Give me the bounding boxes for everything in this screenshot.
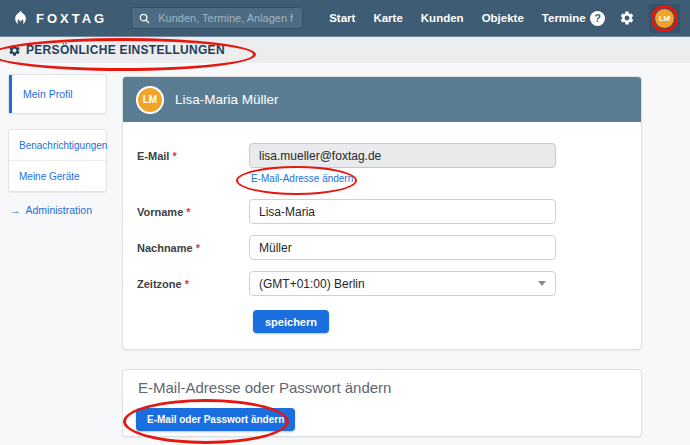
nav-item-karte[interactable]: Karte [373,12,402,24]
required-marker: * [186,206,190,218]
profile-card: LM Lisa-Maria Müller E-Mail* E-Mail-Adre… [122,76,642,350]
search-input[interactable] [156,11,295,25]
fox-icon [12,10,29,27]
sidebar-item-benachrichtigungen[interactable]: Benachrichtigungen [9,130,106,161]
sidebar-item-administration[interactable]: → Administration [10,204,92,216]
firstname-field[interactable] [249,199,556,224]
sidebar-settings-card: Benachrichtigungen Meine Geräte [8,129,107,192]
foxtag-logo[interactable]: FOXTAG [12,10,107,27]
lastname-field[interactable] [249,235,556,260]
chevron-down-icon [538,281,546,286]
lastname-label: Nachname* [137,235,200,260]
user-menu[interactable]: LM [649,4,680,33]
sidebar-profile-card: Mein Profil [8,74,107,114]
change-email-password-button[interactable]: E-Mail oder Passwort ändern [136,408,295,431]
firstname-label: Vorname* [137,199,191,224]
email-field[interactable] [249,143,556,168]
navbar-actions: ? LM [590,4,680,33]
annotation-circle-avatar: LM [651,5,678,32]
profile-card-header: LM Lisa-Maria Müller [123,77,641,122]
change-email-link[interactable]: E-Mail-Adresse ändern [251,173,353,184]
top-navbar: FOXTAG Start Karte Kunden Objekte Termin… [0,0,690,37]
credentials-card: E-Mail-Adresse oder Passwort ändern E-Ma… [122,369,642,437]
nav-item-termine[interactable]: Termine [542,12,586,24]
required-marker: * [172,150,176,162]
profile-avatar: LM [136,86,164,114]
required-marker: * [196,242,200,254]
navbar-avatar[interactable]: LM [655,9,674,28]
arrow-right-icon: → [10,204,21,216]
credentials-heading: E-Mail-Adresse oder Passwort ändern [138,379,391,396]
search-icon [139,13,150,24]
help-icon[interactable]: ? [590,11,605,26]
brand-name: FOXTAG [36,11,107,26]
main-nav: Start Karte Kunden Objekte Termine [329,12,586,24]
timezone-label: Zeitzone* [137,271,189,296]
profile-name: Lisa-Maria Müller [175,92,279,107]
sidebar-item-meine-geraete[interactable]: Meine Geräte [9,161,106,192]
page-title: PERSÖNLICHE EINSTELLUNGEN [26,43,225,57]
gear-icon[interactable] [619,10,635,26]
global-search [131,7,303,29]
required-marker: * [185,278,189,290]
timezone-select[interactable]: (GMT+01:00) Berlin [249,271,556,296]
sidebar-item-mein-profil[interactable]: Mein Profil [9,75,106,113]
settings-icon [8,44,21,57]
nav-item-kunden[interactable]: Kunden [421,12,464,24]
nav-item-objekte[interactable]: Objekte [482,12,524,24]
page-header: PERSÖNLICHE EINSTELLUNGEN [0,37,690,63]
administration-label: Administration [26,204,93,216]
save-button[interactable]: speichern [253,310,329,333]
foxtag-settings-page: FOXTAG Start Karte Kunden Objekte Termin… [0,0,690,445]
timezone-value: (GMT+01:00) Berlin [259,277,365,291]
nav-item-start[interactable]: Start [329,12,355,24]
email-label: E-Mail* [137,143,177,168]
